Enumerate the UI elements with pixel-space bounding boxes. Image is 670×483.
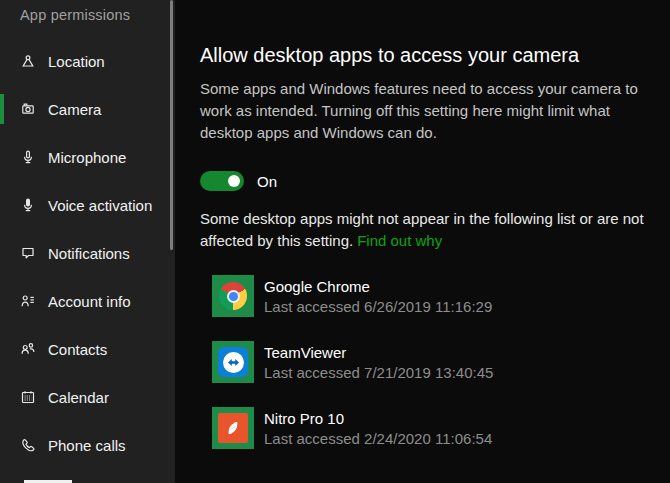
sidebar-item-account-info[interactable]: Account info [0, 277, 175, 325]
nitro-pro-icon [212, 407, 254, 449]
sidebar: App permissions Location Camera [0, 0, 175, 483]
contacts-icon [20, 341, 36, 357]
settings-window: { "sidebar": { "header": "App permission… [0, 0, 670, 483]
selected-accent-bar [0, 94, 4, 124]
camera-icon [20, 101, 36, 117]
sidebar-item-label: Camera [48, 101, 101, 118]
camera-access-toggle[interactable] [200, 171, 244, 191]
app-name: TeamViewer [264, 343, 493, 363]
sidebar-scrollbar[interactable] [170, 0, 173, 250]
main-content: Allow desktop apps to access your camera… [175, 0, 670, 483]
toggle-knob [228, 175, 240, 187]
sidebar-item-notifications[interactable]: Notifications [0, 229, 175, 277]
sidebar-item-voice-activation[interactable]: Voice activation [0, 181, 175, 229]
app-name: Google Chrome [264, 277, 492, 297]
app-last-accessed: Last accessed 6/26/2019 11:16:29 [264, 297, 492, 317]
sidebar-item-label: Calendar [48, 389, 109, 406]
calendar-icon [20, 389, 36, 405]
app-row-google-chrome: Google Chrome Last accessed 6/26/2019 11… [212, 275, 670, 317]
app-list: Google Chrome Last accessed 6/26/2019 11… [212, 275, 670, 449]
page-description: Some apps and Windows features need to a… [200, 78, 650, 144]
account-info-icon [20, 293, 36, 309]
location-icon [20, 53, 36, 69]
desktop-apps-note: Some desktop apps might not appear in th… [200, 208, 662, 252]
sidebar-item-label: Microphone [48, 149, 126, 166]
app-row-teamviewer: TeamViewer Last accessed 7/21/2019 13:40… [212, 341, 670, 383]
sidebar-item-camera[interactable]: Camera [0, 85, 175, 133]
teamviewer-icon [212, 341, 254, 383]
page-title: Allow desktop apps to access your camera [200, 44, 670, 67]
app-last-accessed: Last accessed 2/24/2020 11:06:54 [264, 429, 492, 449]
sidebar-item-contacts[interactable]: Contacts [0, 325, 175, 373]
app-row-nitro-pro: Nitro Pro 10 Last accessed 2/24/2020 11:… [212, 407, 670, 449]
sidebar-item-label: Location [48, 53, 105, 70]
sidebar-item-label: Notifications [48, 245, 130, 262]
sidebar-nav: Location Camera Mi [0, 37, 175, 469]
sidebar-header: App permissions [0, 0, 175, 23]
sidebar-item-phone-calls[interactable]: Phone calls [0, 421, 175, 469]
app-name: Nitro Pro 10 [264, 409, 492, 429]
sidebar-item-microphone[interactable]: Microphone [0, 133, 175, 181]
sidebar-item-label: Phone calls [48, 437, 126, 454]
app-last-accessed: Last accessed 7/21/2019 13:40:45 [264, 363, 493, 383]
phone-calls-icon [20, 437, 36, 453]
camera-access-toggle-row: On [200, 171, 670, 191]
sidebar-item-label: Voice activation [48, 197, 152, 214]
voice-activation-icon [20, 197, 36, 213]
toggle-state-label: On [257, 173, 277, 190]
google-chrome-icon [212, 275, 254, 317]
sidebar-item-label: Account info [48, 293, 131, 310]
sidebar-item-location[interactable]: Location [0, 37, 175, 85]
sidebar-item-label: Contacts [48, 341, 107, 358]
notifications-icon [20, 245, 36, 261]
microphone-icon [20, 149, 36, 165]
find-out-why-link[interactable]: Find out why [357, 232, 442, 249]
sidebar-item-calendar[interactable]: Calendar [0, 373, 175, 421]
